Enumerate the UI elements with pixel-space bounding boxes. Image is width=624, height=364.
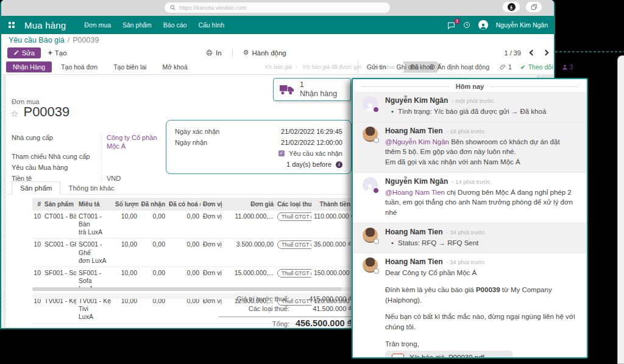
- table-cell: 15.000.000,...: [224, 267, 275, 278]
- field-value-nha-cung-cap[interactable]: Công ty Cổ phần Mộc Á: [101, 133, 161, 150]
- workflow-button-tao-hoa-on[interactable]: Tạo hoá đơn: [54, 61, 104, 72]
- tab-thong-tin-khac[interactable]: Thông tin khác: [60, 182, 122, 194]
- print-button[interactable]: In: [206, 49, 222, 57]
- totals-block: Giá trị trước thuế: 415.000.000 ₫ Các lo…: [199, 295, 352, 328]
- table-cell: 0,00: [168, 239, 200, 250]
- avatar-placeholder: [363, 96, 378, 111]
- horizontal-scrollbar[interactable]: [32, 287, 352, 291]
- user-name[interactable]: Nguyễn Kim Ngân: [496, 21, 548, 29]
- message-time: - 16 phút trước: [446, 128, 484, 135]
- confirm-date-value[interactable]: 21/02/2022 16:29:45: [281, 128, 342, 135]
- message-author[interactable]: Hoang Nam Tien: [385, 257, 442, 266]
- taxes-value: 41.500.000 ₫: [289, 305, 352, 312]
- attachment-card[interactable]: Y/c báo giá_P00039.pdfPDF: [385, 351, 512, 359]
- tab-san-pham[interactable]: Sản phẩm: [12, 181, 60, 195]
- nav-menu-san-pham[interactable]: Sản phẩm: [122, 21, 152, 29]
- scrollbar-thumb[interactable]: [32, 287, 342, 291]
- table-row[interactable]: 10SF001 - Sofa ...SF001 - Sofa LuxA10,00…: [32, 267, 353, 295]
- browser-address-bar[interactable]: https://kanota.viindoo.com: [165, 2, 390, 13]
- field-row-yeu-cau-mua-hang: Yêu cầu Mua hàng: [12, 163, 161, 172]
- create-button[interactable]: + Tạo: [48, 49, 67, 57]
- paperclip-icon: [500, 64, 506, 70]
- tax-pill[interactable]: Thuế GTGT đ...: [277, 240, 311, 249]
- nav-menu-bao-cao[interactable]: Báo cáo: [163, 21, 187, 29]
- nav-menu-on-mua[interactable]: Đơn mua: [84, 21, 111, 29]
- attachments-button[interactable]: 1: [500, 63, 512, 71]
- ack-checkbox[interactable]: ✓: [278, 150, 285, 156]
- follower-person-icon: [562, 64, 568, 70]
- screenshot-stage: https://kanota.viindoo.com Mua hàng Đơn …: [0, 0, 624, 364]
- column-header-san-pham[interactable]: Sản phẩm: [43, 199, 76, 209]
- user-mention[interactable]: @Hoang Nam Tien: [385, 189, 445, 196]
- document-name: P00039: [23, 105, 69, 119]
- user-mention[interactable]: @Nguyễn Kim Ngân: [385, 138, 449, 145]
- column-header-cac-loai-thue[interactable]: Các loại thuế: [276, 199, 311, 209]
- column-header-thanh-tien[interactable]: Thành tiền: [313, 199, 352, 209]
- receipt-smart-button[interactable]: 1 Nhận hàng: [273, 78, 351, 101]
- app-title[interactable]: Mua hàng: [24, 20, 66, 30]
- column-header-on-gia[interactable]: Đơn giá: [224, 199, 275, 209]
- workflow-button-nhan-hang[interactable]: Nhận Hàng: [6, 61, 52, 72]
- message-body: @Nguyễn Kim Ngân Bên showroom có khách d…: [385, 137, 577, 167]
- attachment-name[interactable]: Y/c báo giá_P00039.pdf: [410, 354, 484, 359]
- table-cell: Thuế GTGT đ...: [276, 239, 311, 251]
- column-header-a-nhan[interactable]: Đã nhận: [140, 199, 166, 209]
- tax-pill[interactable]: Thuế GTGT đ...: [277, 269, 311, 278]
- message-line: •Tình trạng: Y/c báo giá đã được gửi → Đ…: [385, 107, 577, 117]
- messages-menu-button[interactable]: 3: [447, 21, 455, 29]
- tab-overview-button[interactable]: [526, 2, 542, 12]
- downloads-button[interactable]: [503, 2, 520, 12]
- breadcrumb: Yêu cầu Báo giá / P00039: [1, 34, 554, 46]
- printer-icon: [206, 49, 213, 56]
- status-step-y-c-bao-gia[interactable]: Y/c báo giá: [262, 64, 300, 70]
- message-author[interactable]: Hoang Nam Tien: [385, 127, 442, 135]
- edit-button[interactable]: Sửa: [7, 47, 41, 58]
- table-row[interactable]: 10CT001 - Bàn t...CT001 - Bàn trà LuxA10…: [32, 211, 353, 239]
- field-label: Tham chiếu Nhà cung cấp: [12, 152, 101, 161]
- breadcrumb-root-link[interactable]: Yêu cầu Báo giá: [9, 36, 65, 44]
- column-header-mieu-ta[interactable]: Miêu tả: [77, 199, 113, 209]
- attachment-download-icon[interactable]: [498, 357, 506, 359]
- nav-menu-cau-hinh[interactable]: Cấu hình: [198, 21, 224, 29]
- column-header-on-vi[interactable]: Đơn vị: [202, 199, 222, 209]
- followers-button[interactable]: 3: [562, 63, 573, 71]
- windows-icon: [531, 4, 537, 10]
- action-menu-button[interactable]: ⚙ Hành động: [243, 49, 286, 57]
- activity-clock-icon: [429, 64, 435, 70]
- chatter-message: Hoang Nam Tien- 34 phút trướcDear Công t…: [353, 253, 587, 359]
- activity-menu-button[interactable]: [463, 21, 470, 29]
- table-cell: Thuế GTGT đ...: [276, 267, 311, 279]
- message-time: - 34 phút trước: [446, 259, 484, 265]
- message-line: Nếu bạn có bất kì thắc mắc nào, đừng ngạ…: [385, 312, 577, 332]
- message-author[interactable]: Nguyễn Kim Ngân: [385, 177, 448, 186]
- send-message-button[interactable]: Gửi tin: [367, 63, 386, 71]
- reminder-value[interactable]: 1 day(s) before: [286, 161, 332, 168]
- field-row-tham-chieu-nha-cung-cap: Tham chiếu Nhà cung cấp: [12, 152, 161, 161]
- user-avatar[interactable]: [478, 20, 488, 30]
- message-line: •Status: RFQ → RFQ Sent: [385, 238, 577, 248]
- message-author[interactable]: Nguyễn Kim Ngân: [385, 96, 448, 105]
- workflow-button-tao-bien-lai[interactable]: Tạo biên lai: [107, 61, 153, 72]
- follow-button[interactable]: ✔ Theo dõi: [520, 63, 553, 71]
- table-cell: 10: [32, 239, 42, 250]
- column-header-so-luong[interactable]: Số lượng: [114, 199, 138, 209]
- column-header-[interactable]: #: [32, 199, 42, 209]
- pager-previous-button[interactable]: [530, 50, 536, 56]
- schedule-activity-button[interactable]: Ấn định hoạt động: [429, 63, 489, 71]
- apps-menu-icon[interactable]: [9, 22, 15, 28]
- table-cell: Đơn vị: [202, 267, 222, 278]
- table-row[interactable]: 10SC001 - Ghế ...SC001 - Ghế đơn LuxA10,…: [32, 239, 353, 267]
- log-note-button[interactable]: Ghi chú: [397, 63, 419, 71]
- nav-menus: Đơn muaSản phẩmBáo cáoCấu hình: [84, 21, 224, 29]
- workflow-button-mo-khoa[interactable]: Mở khoá: [155, 61, 194, 72]
- table-cell: 10: [32, 267, 42, 278]
- message-author[interactable]: Hoang Nam Tien: [385, 228, 442, 236]
- favorite-star-icon[interactable]: ☆: [10, 110, 18, 119]
- message-line: @Hoang Nam Tien chị Dương bên Mộc Á đang…: [385, 187, 577, 218]
- messages-badge: 3: [454, 18, 460, 24]
- receipt-date-value[interactable]: 21/02/2022 12:00:00: [281, 139, 342, 146]
- tax-pill[interactable]: Thuế GTGT đ...: [277, 212, 311, 221]
- clock-icon: [463, 21, 470, 29]
- column-header-a-co-hoa[interactable]: Đã có hoá đ...: [168, 199, 200, 209]
- pager-next-button[interactable]: [543, 50, 549, 56]
